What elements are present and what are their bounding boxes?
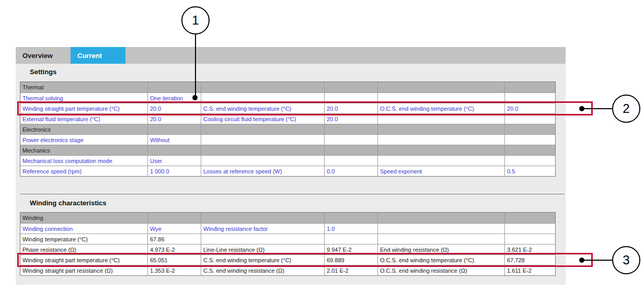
table-group-header-row: Electronics bbox=[20, 124, 555, 134]
group-header-cell bbox=[504, 82, 555, 92]
param-value-cell: 69.889 bbox=[324, 255, 377, 265]
param-label-cell: Winding straight part resistance (Ω) bbox=[20, 265, 147, 275]
group-header-cell bbox=[201, 213, 324, 223]
param-value-cell[interactable]: 1 000.0 bbox=[147, 166, 201, 176]
section-title-winding-characteristics: Winding characteristics bbox=[30, 199, 107, 207]
group-header-cell bbox=[324, 124, 377, 134]
group-header-cell bbox=[147, 213, 201, 223]
group-header-cell bbox=[201, 145, 324, 155]
param-value-cell[interactable]: Wye bbox=[147, 224, 201, 234]
param-value-cell bbox=[504, 93, 555, 103]
group-header-cell bbox=[377, 82, 504, 92]
group-header-cell: Winding bbox=[20, 213, 147, 223]
param-value-cell bbox=[324, 234, 377, 244]
table-data-row: External fluid temperature (°C)20.0Cooli… bbox=[20, 113, 555, 124]
param-value-cell[interactable]: 20.0 bbox=[504, 103, 555, 113]
group-header-cell bbox=[147, 124, 201, 134]
table-data-row: Power electronics stageWithout bbox=[20, 134, 555, 145]
param-value-cell: 3.621 E-2 bbox=[504, 245, 555, 254]
group-header-cell bbox=[504, 124, 555, 134]
param-label-cell: O.C.S. end winding resistance (Ω) bbox=[377, 265, 504, 275]
param-value-cell: 67.86 bbox=[147, 234, 201, 244]
param-value-cell bbox=[504, 224, 555, 234]
param-label-cell: Power electronics stage bbox=[20, 135, 147, 145]
param-label-cell: Mechanical loss computation mode bbox=[20, 156, 147, 166]
group-header-cell bbox=[324, 213, 377, 223]
group-header-cell: Thermal bbox=[20, 82, 147, 92]
param-label-cell: Line-Line resistance (Ω) bbox=[201, 245, 324, 254]
param-value-cell: 1.611 E-2 bbox=[504, 265, 555, 275]
table-data-row: Mechanical loss computation modeUser bbox=[20, 155, 555, 166]
param-value-cell bbox=[324, 93, 377, 103]
param-label-cell: Reference speed (rpm) bbox=[20, 166, 147, 176]
tab-overview[interactable]: Overview bbox=[16, 47, 71, 64]
param-value-cell[interactable]: 1.0 bbox=[324, 224, 377, 234]
table-data-row: Thermal solvingOne iteration bbox=[20, 92, 555, 103]
section-title-settings: Settings bbox=[30, 68, 56, 76]
callout-1-leader-line bbox=[195, 34, 196, 96]
group-header-cell bbox=[147, 82, 201, 92]
param-label-cell: Winding straight part temperature (°C) bbox=[20, 255, 147, 265]
param-label-cell: O.C.S. end winding temperature (°C) bbox=[377, 255, 504, 265]
param-label-cell: C.S. end winding temperature (°C) bbox=[201, 255, 324, 265]
param-value-cell[interactable]: 20.0 bbox=[324, 114, 377, 124]
param-label-cell bbox=[201, 93, 324, 103]
table-data-row: Winding temperature (°C)67.86 bbox=[20, 234, 555, 244]
param-value-cell[interactable]: 0.5 bbox=[504, 166, 555, 176]
param-value-cell[interactable]: 20.0 bbox=[324, 103, 377, 113]
param-value-cell: 67.728 bbox=[504, 255, 555, 265]
callout-3-leader-line bbox=[584, 260, 612, 261]
table-group-header-row: Winding bbox=[20, 213, 555, 223]
param-value-cell[interactable]: Without bbox=[147, 135, 201, 145]
param-value-cell: 1.353 E-2 bbox=[147, 265, 201, 275]
param-label-cell bbox=[377, 93, 504, 103]
section-divider bbox=[20, 194, 565, 194]
param-label-cell: Phase resistance (Ω) bbox=[20, 245, 147, 254]
param-value-cell[interactable]: 20.0 bbox=[147, 103, 201, 113]
tab-bar: Overview Current bbox=[16, 47, 566, 64]
callout-2-leader-line bbox=[584, 108, 612, 109]
param-label-cell bbox=[377, 156, 504, 166]
param-label-cell bbox=[377, 114, 504, 124]
callout-circle-2: 2 bbox=[612, 95, 640, 123]
table-group-header-row: Mechanics bbox=[20, 145, 555, 155]
param-value-cell bbox=[504, 156, 555, 166]
callout-circle-1: 1 bbox=[181, 6, 210, 34]
callout-2-anchor-dot bbox=[579, 106, 584, 111]
group-header-cell: Mechanics bbox=[20, 145, 147, 155]
param-label-cell: Thermal solving bbox=[20, 93, 147, 103]
callout-3-anchor-dot bbox=[579, 258, 584, 263]
group-header-cell bbox=[377, 213, 504, 223]
param-label-cell bbox=[377, 135, 504, 145]
callout-1-anchor-dot bbox=[192, 95, 198, 100]
param-value-cell bbox=[324, 135, 377, 145]
table-data-row: Winding straight part temperature (°C)20… bbox=[20, 103, 555, 113]
param-value-cell bbox=[504, 135, 555, 145]
param-value-cell[interactable]: 0.0 bbox=[324, 166, 377, 176]
group-header-cell bbox=[201, 124, 324, 134]
param-value-cell[interactable]: 20.0 bbox=[147, 114, 201, 124]
group-header-cell bbox=[504, 213, 555, 223]
param-label-cell: O.C.S. end winding temperature (°C) bbox=[377, 103, 504, 113]
table-group-header-row: Thermal bbox=[20, 82, 555, 92]
group-header-cell bbox=[324, 145, 377, 155]
param-label-cell: End winding resistance (Ω) bbox=[377, 245, 504, 254]
param-value-cell bbox=[324, 156, 377, 166]
group-header-cell bbox=[201, 82, 324, 92]
table-data-row: Reference speed (rpm)1 000.0Losses at re… bbox=[20, 166, 555, 176]
settings-table: ThermalThermal solvingOne iterationWindi… bbox=[20, 82, 556, 177]
tab-current[interactable]: Current bbox=[71, 47, 125, 64]
group-header-cell bbox=[147, 145, 201, 155]
winding-characteristics-table: WindingWinding connectionWyeWinding resi… bbox=[20, 212, 556, 276]
param-label-cell: Cooling circuit fluid temperature (°C) bbox=[201, 114, 324, 124]
param-label-cell: Winding temperature (°C) bbox=[20, 234, 147, 244]
param-value-cell bbox=[504, 114, 555, 124]
table-data-row: Winding connectionWyeWinding resistance … bbox=[20, 223, 555, 234]
group-header-cell bbox=[324, 82, 377, 92]
param-label-cell: Winding straight part temperature (°C) bbox=[20, 103, 147, 113]
param-value-cell: 2.01 E-2 bbox=[324, 265, 377, 275]
param-value-cell[interactable]: User bbox=[147, 156, 201, 166]
callout-circle-3: 3 bbox=[612, 246, 640, 274]
param-value-cell: 65.051 bbox=[147, 255, 201, 265]
table-data-row: Winding straight part temperature (°C)65… bbox=[20, 254, 555, 265]
